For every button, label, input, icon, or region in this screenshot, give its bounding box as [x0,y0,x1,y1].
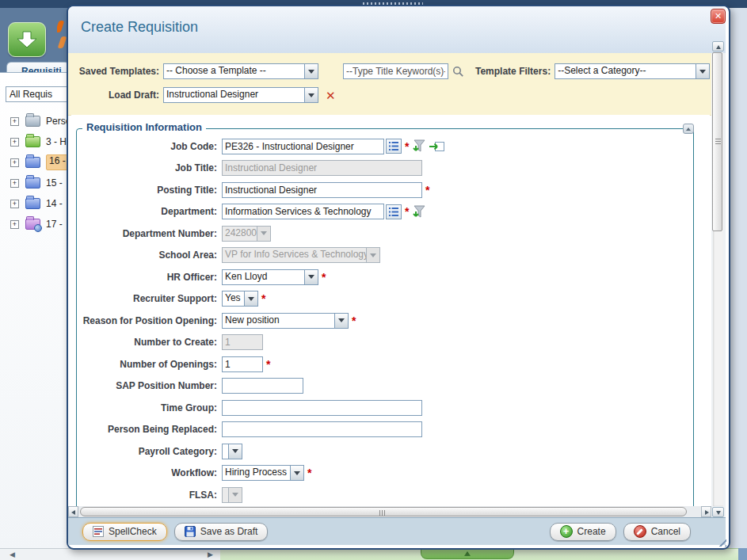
tree-item-15[interactable]: +15 - [0,173,70,193]
recruiter-support-select[interactable]: Yes [222,291,258,307]
payroll-category-select[interactable] [222,444,242,459]
load-draft-label: Load Draft: [68,90,159,101]
select-value: Hiring Process [223,466,290,480]
dropdown-arrow-icon [228,444,242,459]
button-label: Save as Draft [200,526,258,537]
expand-plus-icon[interactable]: + [10,138,19,147]
form-row-job-code: Job Code:* [78,135,683,158]
expand-plus-icon[interactable]: + [10,220,19,229]
title-keyword-input[interactable] [343,63,448,79]
dialog-title: Create Requisition [81,19,198,36]
expand-up-icon [464,551,471,556]
department-input[interactable] [222,204,384,219]
tree-item-16[interactable]: +16 - [0,152,70,173]
scroll-right-icon[interactable]: ▶ [208,550,213,558]
select-value: VP for Info Services & Technology [223,248,366,262]
expand-plus-icon[interactable]: + [10,179,19,188]
tree-item-label: 16 - [46,154,69,170]
expand-panel-button[interactable] [421,549,514,559]
saved-templates-select[interactable]: -- Choose a Template -- [163,63,318,79]
button-label: SpellCheck [109,526,157,537]
vscroll-thumb[interactable] [712,52,722,231]
dialog-vscrollbar[interactable] [712,41,724,517]
list-button[interactable] [386,139,402,154]
tree-item-perso[interactable]: +Perso [0,111,70,131]
reason-for-position-opening-select[interactable]: New position [222,313,349,329]
number-of-openings-input[interactable] [222,356,263,372]
department-number-select: 242800 [222,226,271,242]
funnel-icon[interactable] [412,139,425,153]
search-icon[interactable] [452,66,464,78]
template-filters-label: Template Filters: [475,66,551,77]
tree-item-3-h[interactable]: +3 - H [0,131,70,152]
hr-officer-select[interactable]: Ken Lloyd [222,269,318,285]
collapse-section-icon[interactable] [683,124,694,134]
form-row-workflow: Workflow:Hiring Process* [78,463,683,485]
select-value: 242800 [223,227,257,241]
expand-plus-icon[interactable]: + [10,200,19,208]
form-row-number-of-openings: Number of Openings:* [78,353,683,375]
sidebar-panel: All Requis +Perso+3 - H+16 -+15 -+14 -+1… [0,72,70,549]
dropdown-arrow-icon [304,88,318,102]
tree-item-label: 17 - [46,219,63,230]
funnel-icon[interactable] [412,205,425,219]
expand-plus-icon[interactable]: + [10,158,19,167]
form-row-school-area: School Area:VP for Info Services & Techn… [78,245,683,267]
number-to-create-label: Number to Create: [78,337,217,348]
load-draft-select[interactable]: Instructional Designer [163,87,318,103]
purple-folder-icon [25,219,40,230]
flsa-label: FLSA: [78,490,217,501]
expand-plus-icon[interactable]: + [10,117,19,126]
app-logo-icon[interactable] [8,22,46,57]
time-group-label: Time Group: [78,402,217,413]
scroll-left-icon[interactable] [68,506,78,517]
dropdown-arrow-icon [290,466,303,480]
person-being-replaced-input[interactable] [222,421,422,437]
posting-title-input[interactable] [222,182,422,198]
create-button[interactable]: Create [550,523,616,541]
tree-item-14[interactable]: +14 - [0,193,70,214]
department-label: Department: [78,206,217,217]
cancel-circle-icon [634,525,646,538]
cancel-button[interactable]: Cancel [623,523,691,541]
blue-folder-icon [25,198,40,209]
dropdown-arrow-icon [228,488,242,502]
close-icon[interactable]: ✕ [711,9,726,24]
form-hscrollbar[interactable] [68,506,711,517]
tree-item-label: 3 - H [46,136,67,147]
form-row-department-number: Department Number:242800 [78,223,683,245]
tree-item-17[interactable]: +17 - [0,214,70,234]
job-title-label: Job Title: [78,162,217,173]
form-row-job-title: Job Title: [78,158,683,180]
go-icon[interactable] [429,141,445,152]
clear-draft-icon[interactable]: ✕ [326,90,336,101]
scroll-left-icon[interactable]: ◀ [10,550,15,558]
requisition-filter-select[interactable]: All Requis [6,86,67,102]
scroll-right-icon[interactable] [701,506,711,517]
form-row-department: Department:* [78,201,683,223]
hscroll-thumb[interactable] [80,507,687,516]
required-asterisk: * [405,143,409,150]
list-button[interactable] [386,204,402,219]
department-number-label: Department Number: [78,228,217,239]
tree-item-label: 14 - [46,198,63,209]
scroll-down-icon[interactable] [712,507,724,517]
sap-position-number-label: SAP Position Number: [78,380,217,391]
form-row-recruiter-support: Recruiter Support:Yes* [78,288,683,310]
sap-position-number-input[interactable] [222,378,303,394]
template-filters-select[interactable]: --Select a Category-- [555,63,710,79]
number-of-openings-label: Number of Openings: [78,359,217,370]
sidebar-hscrollbar[interactable]: ◀ ▶ [0,548,220,560]
dropdown-arrow-icon [304,64,318,78]
dropdown-arrow-icon [366,248,379,262]
save-as-draft-button[interactable]: Save as Draft [174,523,269,541]
time-group-input[interactable] [222,400,422,416]
spellcheck-icon [93,526,104,537]
workflow-select[interactable]: Hiring Process [222,465,304,481]
reason-for-position-opening-label: Reason for Position Opening: [78,315,217,326]
spellcheck-button[interactable]: SpellCheck [82,523,167,541]
button-label: Create [577,526,606,537]
scroll-up-icon[interactable] [712,41,724,51]
plus-circle-icon [560,525,573,538]
job-code-input[interactable] [222,139,384,154]
